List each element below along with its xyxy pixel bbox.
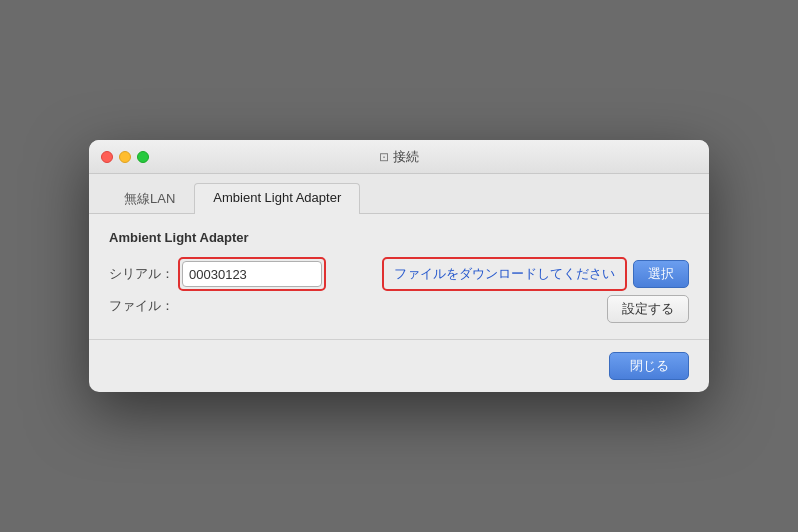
download-link-highlight-border: ファイルをダウンロードしてください [382,257,627,291]
footer: 閉じる [89,339,709,392]
download-link[interactable]: ファイルをダウンロードしてください [386,261,623,287]
maximize-traffic-light[interactable] [137,151,149,163]
traffic-lights [101,151,149,163]
tab-wireless-lan[interactable]: 無線LAN [105,183,194,214]
serial-label: シリアル： [109,265,174,283]
section-heading: Ambient Light Adapter [109,230,689,245]
serial-field-group: シリアル： [109,257,326,291]
title-icon: ⊡ [379,150,389,164]
select-button[interactable]: 選択 [633,260,689,288]
content-area: 無線LAN Ambient Light Adapter Ambient Ligh… [89,174,709,392]
file-field-group: ファイル： [109,297,326,315]
settings-button[interactable]: 設定する [607,295,689,323]
main-window: ⊡ 接続 無線LAN Ambient Light Adapter Ambient… [89,140,709,392]
serial-highlight-border [178,257,326,291]
minimize-traffic-light[interactable] [119,151,131,163]
close-button[interactable]: 閉じる [609,352,689,380]
tab-bar: 無線LAN Ambient Light Adapter [89,174,709,214]
tab-ambient-light-adapter[interactable]: Ambient Light Adapter [194,183,360,214]
window-title: 接続 [393,148,419,166]
close-traffic-light[interactable] [101,151,113,163]
serial-input[interactable] [182,261,322,287]
file-label: ファイル： [109,297,174,315]
tab-content-ambient: Ambient Light Adapter シリアル： ファイル： [89,214,709,339]
title-bar: ⊡ 接続 [89,140,709,174]
